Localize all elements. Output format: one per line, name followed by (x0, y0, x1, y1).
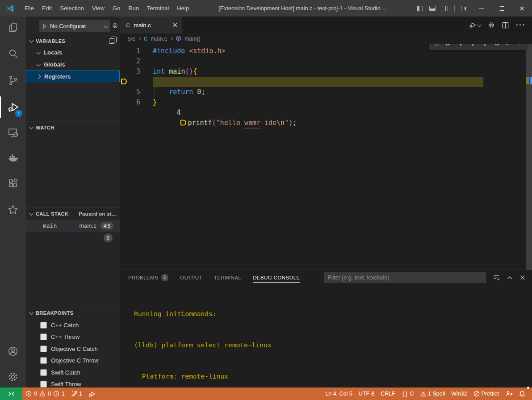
launch-configuration-dropdown[interactable]: No Configurat (39, 20, 110, 32)
remote-explorer-icon[interactable] (0, 122, 26, 143)
tools-status[interactable]: 1 (68, 388, 85, 400)
encoding-indicator[interactable]: UTF-8 (356, 388, 377, 400)
code-line-5[interactable]: 5 return 0; (120, 87, 532, 97)
disconnect-button[interactable] (503, 44, 515, 49)
maximize-button[interactable] (492, 0, 512, 17)
menu-go[interactable]: Go (109, 0, 124, 17)
explorer-icon[interactable] (0, 17, 26, 38)
tab-bar: C main.c × ··· (120, 17, 532, 33)
more-actions-icon[interactable]: ··· (516, 21, 526, 29)
remote-icon (8, 391, 15, 396)
run-or-debug-button[interactable] (469, 21, 481, 29)
breakpoint-swift-catch[interactable]: Swift Catch (26, 367, 120, 378)
call-stack-frame-row[interactable]: main main.c 4:5 (26, 220, 120, 232)
breakpoint-objc-catch[interactable]: Objective C Catch (26, 343, 120, 354)
toggle-sidebar-icon[interactable] (417, 6, 423, 11)
restart-button[interactable] (491, 44, 503, 49)
start-debug-icon[interactable] (42, 24, 47, 29)
maximize-panel-chevron-icon[interactable] (507, 275, 513, 281)
star-icon[interactable] (0, 199, 26, 221)
breakpoints-section-header[interactable]: BREAKPOINTS (26, 308, 120, 318)
settings-gear-icon[interactable] (0, 366, 26, 388)
breakpoint-cpp-catch[interactable]: C++ Catch (26, 320, 120, 330)
editor-scrollbar[interactable] (526, 44, 532, 270)
source-control-icon[interactable] (0, 70, 26, 91)
notifications-bell-icon[interactable] (516, 388, 528, 400)
clear-console-icon[interactable] (493, 274, 500, 281)
tab-close-icon[interactable]: × (172, 21, 178, 29)
code-line-4-current[interactable]: 4 printf("hello wamr-ide\n"); (120, 77, 532, 87)
remote-indicator[interactable] (0, 388, 22, 400)
breadcrumb-file[interactable]: main.c (151, 36, 167, 42)
paused-breakpoint-arrow-icon[interactable] (121, 79, 127, 84)
checkbox[interactable] (40, 357, 47, 364)
variables-scope-registers[interactable]: Registers (26, 71, 120, 82)
debug-status-icon[interactable] (85, 388, 99, 400)
error-icon (25, 391, 32, 397)
formatter-status[interactable]: Prettier (470, 388, 503, 400)
eol-indicator[interactable]: CRLF (377, 388, 398, 400)
docker-icon[interactable] (0, 147, 26, 168)
code-line-3[interactable]: 3int main(){ (120, 67, 532, 77)
status-bar: 0 0 1 1 Ln 4, Col 5 UTF-8 CRLF {} C 1 Sp… (0, 388, 532, 400)
close-panel-icon[interactable] (519, 275, 526, 281)
continue-button[interactable] (443, 44, 455, 49)
editor-gear-icon[interactable] (488, 21, 495, 29)
search-icon[interactable] (0, 43, 26, 64)
current-statement-icon (180, 120, 186, 125)
extensions-icon[interactable] (0, 172, 26, 194)
tab-debug-console[interactable]: DEBUG CONSOLE (253, 270, 300, 285)
breadcrumb-folder[interactable]: src (128, 36, 135, 42)
customize-layout-icon[interactable] (461, 6, 467, 11)
code-editor[interactable]: 1#include <stdio.h> 2 3int main(){ 4 pri… (120, 44, 532, 270)
step-out-button[interactable] (479, 44, 491, 49)
breadcrumb-symbol[interactable]: main() (184, 36, 200, 42)
checkbox[interactable] (40, 322, 47, 329)
checkbox[interactable] (40, 333, 47, 340)
menu-selection[interactable]: Selection (56, 0, 88, 17)
tab-terminal[interactable]: TERMINAL (214, 270, 241, 285)
toggle-secondary-sidebar-icon[interactable] (442, 6, 448, 11)
cursor-position[interactable]: Ln 4, Col 5 (322, 388, 355, 400)
breakpoint-objc-throw[interactable]: Objective C Throw (26, 355, 120, 366)
menu-help[interactable]: Help (173, 0, 193, 17)
checkbox[interactable] (40, 346, 47, 352)
language-mode[interactable]: {} C (398, 388, 417, 400)
code-line-2[interactable]: 2 (120, 56, 532, 67)
account-icon[interactable] (0, 341, 26, 362)
checkbox[interactable] (40, 381, 47, 388)
minimize-button[interactable] (472, 0, 492, 17)
code-line-6[interactable]: 6} (120, 97, 532, 108)
open-launch-json-gear-icon[interactable] (112, 22, 118, 29)
checkbox[interactable] (40, 369, 47, 376)
run-and-debug-icon[interactable]: 1 (0, 96, 26, 118)
menu-edit[interactable]: Edit (38, 0, 56, 17)
spell-checker-status[interactable]: 1 Spell (417, 388, 448, 400)
tab-problems[interactable]: PROBLEMS 1 (128, 270, 168, 285)
platform-indicator[interactable]: Win32 (448, 388, 470, 400)
tab-output[interactable]: OUTPUT (180, 270, 202, 285)
feedback-icon[interactable] (503, 388, 516, 400)
console-filter-input[interactable] (324, 272, 486, 283)
watch-section-header[interactable]: WATCH (26, 122, 120, 133)
close-button[interactable]: × (512, 0, 532, 17)
menu-terminal[interactable]: Terminal (143, 0, 173, 17)
menu-run[interactable]: Run (124, 0, 143, 17)
toolbar-drag-handle[interactable] (431, 44, 443, 49)
variables-scope-globals[interactable]: Globals (26, 58, 120, 70)
menu-view[interactable]: View (88, 0, 109, 17)
split-editor-icon[interactable] (502, 22, 509, 29)
breakpoint-cpp-throw[interactable]: C++ Throw (26, 331, 120, 342)
menu-file[interactable]: File (21, 0, 38, 17)
toggle-panel-icon[interactable] (429, 6, 436, 11)
tab-main-c[interactable]: C main.c × (120, 17, 182, 33)
variables-section-header[interactable]: VARIABLES (26, 36, 120, 46)
variables-scope-locals[interactable]: Locals (26, 46, 120, 58)
collapse-variables-icon[interactable] (109, 38, 114, 44)
overview-ruler-current-line-mark (526, 77, 529, 84)
call-stack-section-header[interactable]: CALL STACK Paused on st... (26, 208, 120, 219)
step-over-button[interactable] (455, 44, 467, 49)
debug-toolbar-chevron-icon[interactable] (515, 44, 522, 49)
step-into-button[interactable] (467, 44, 479, 49)
problems-status[interactable]: 0 0 1 (22, 391, 68, 397)
